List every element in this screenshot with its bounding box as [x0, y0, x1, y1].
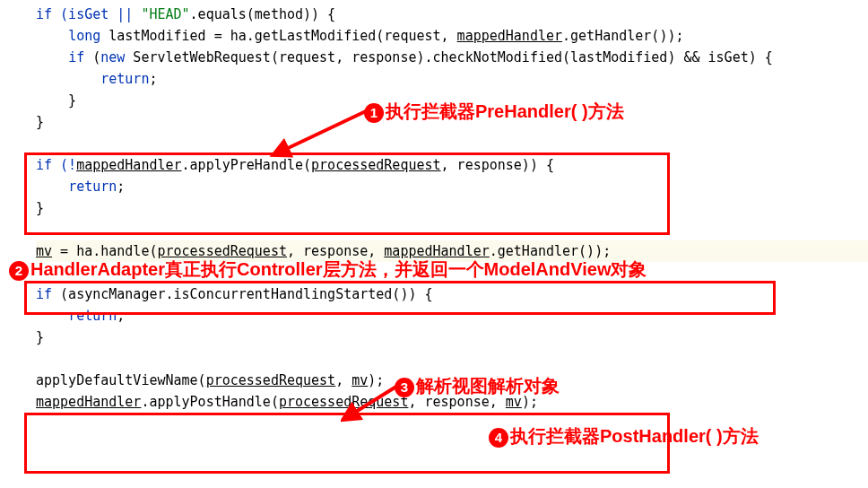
annotation-1: 1执行拦截器PreHandler( )方法 — [364, 97, 624, 126]
annotation-4-text: 执行拦截器PostHandler( )方法 — [510, 426, 759, 446]
annotation-3-text: 解析视图解析对象 — [416, 376, 560, 396]
annotation-1-text: 执行拦截器PreHandler( )方法 — [386, 101, 624, 121]
annotation-3: 3解析视图解析对象 — [395, 371, 560, 400]
badge-1: 1 — [364, 103, 384, 123]
code-line-2: long lastModified = ha.getLastModified(r… — [36, 28, 683, 44]
badge-3: 3 — [395, 378, 414, 397]
badge-2: 2 — [9, 261, 29, 281]
code-line-5: } — [36, 92, 76, 109]
annotation-2-text: HandlerAdapter真正执行Controller层方法，并返回一个Mod… — [30, 259, 647, 279]
code-line-6: } — [36, 114, 44, 130]
annotation-2: 2HandlerAdapter真正执行Controller层方法，并返回一个Mo… — [9, 255, 647, 283]
badge-4: 4 — [489, 428, 508, 448]
highlight-box-2 — [24, 281, 776, 315]
code-line-4: return; — [36, 71, 157, 87]
code-line-1: if (isGet || "HEAD".equals(method)) { — [36, 6, 335, 22]
code-line-3: if (new ServletWebRequest(request, respo… — [36, 49, 773, 65]
highlight-box-1 — [24, 152, 670, 235]
annotation-4: 4执行拦截器PostHandler( )方法 — [489, 422, 759, 450]
code-line-18: applyDefaultViewName(processedRequest, m… — [36, 372, 384, 388]
code-line-16: } — [36, 329, 44, 345]
